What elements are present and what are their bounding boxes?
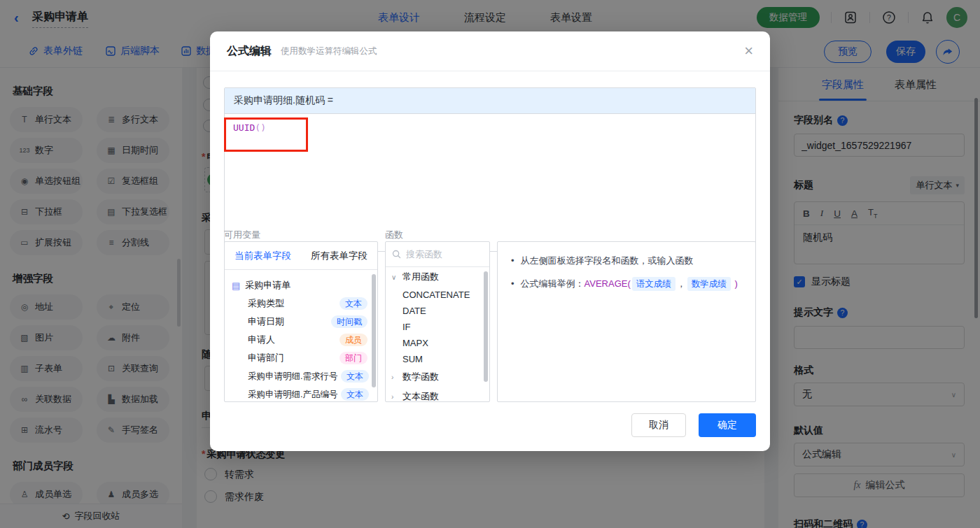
variable-item[interactable]: 采购申请明细.需求行号文本 [225, 367, 377, 385]
formula-editor: 采购申请明细.随机码 = UUID() [224, 87, 756, 252]
variables-scrollbar[interactable] [372, 274, 376, 387]
variables-label: 可用变量 [224, 229, 260, 241]
tab-current-form-fields[interactable]: 当前表单字段 [234, 250, 291, 262]
dialog-title: 公式编辑 [227, 44, 272, 59]
type-badge: 文本 [341, 388, 369, 401]
variable-item[interactable]: 申请日期时间戳 [225, 313, 377, 331]
chevron-collapsed-icon: › [391, 373, 398, 381]
functions-box: ∨ 常用函数 CONCATENATE DATE IF MAPX SUM › 数学… [385, 241, 490, 402]
type-badge: 成员 [340, 334, 368, 346]
function-search [386, 242, 489, 267]
type-badge: 时间戳 [331, 315, 368, 328]
annotation-highlight-rect [224, 117, 308, 152]
variable-item[interactable]: 申请人成员 [225, 331, 377, 349]
confirm-button[interactable]: 确定 [699, 413, 756, 437]
hint-line-1: • 从左侧面板选择字段名和函数，或输入函数 [511, 254, 742, 268]
chevron-collapsed-icon: › [391, 393, 398, 401]
tree-node-form[interactable]: ▤ 采购申请单 [225, 276, 377, 294]
group-common-functions[interactable]: ∨ 常用函数 [386, 267, 489, 287]
example-field-chip: 数学成绩 [687, 277, 731, 291]
function-item[interactable]: MAPX [386, 335, 489, 351]
variables-box: 当前表单字段 所有表单字段 ▤ 采购申请单 采购类型文本 申请日期时间戳 申请人… [224, 241, 378, 402]
formula-edit-dialog: 公式编辑 使用数学运算符编辑公式 × 采购申请明细.随机码 = UUID() 可… [210, 31, 770, 451]
dialog-subtitle: 使用数学运算符编辑公式 [281, 45, 377, 57]
functions-scrollbar[interactable] [484, 271, 488, 382]
variable-item[interactable]: 采购类型文本 [225, 294, 377, 313]
form-doc-icon: ▤ [232, 280, 240, 291]
variable-item[interactable]: 申请部门部门 [225, 349, 377, 367]
example-field-chip: 语文成绩 [632, 277, 676, 291]
cancel-button[interactable]: 取消 [631, 413, 686, 437]
type-badge: 文本 [340, 297, 368, 310]
hint-line-2: • 公式编辑举例：AVERAGE(语文成绩，数学成绩 ) [511, 277, 742, 291]
variable-item[interactable]: 采购申请明细.产品编号文本 [225, 385, 377, 402]
group-math-functions[interactable]: › 数学函数 [386, 367, 489, 387]
dialog-header: 公式编辑 使用数学运算符编辑公式 × [210, 31, 770, 71]
formula-target: 采购申请明细.随机码 = [225, 88, 755, 114]
function-item[interactable]: IF [386, 319, 489, 335]
search-icon [392, 250, 401, 259]
function-item[interactable]: DATE [386, 303, 489, 319]
group-text-functions[interactable]: › 文本函数 [386, 387, 489, 402]
close-icon[interactable]: × [744, 44, 753, 58]
chevron-expanded-icon: ∨ [391, 273, 398, 281]
variables-tabs: 当前表单字段 所有表单字段 [225, 242, 377, 270]
hints-box: • 从左侧面板选择字段名和函数，或输入函数 • 公式编辑举例：AVERAGE(语… [497, 241, 756, 402]
variables-tree: ▤ 采购申请单 采购类型文本 申请日期时间戳 申请人成员 申请部门部门 采购申请… [225, 270, 377, 402]
dialog-footer: 取消 确定 [631, 413, 756, 437]
functions-label: 函数 [385, 229, 403, 241]
tab-all-form-fields[interactable]: 所有表单字段 [311, 250, 368, 262]
example-function: AVERAGE( [584, 278, 631, 289]
type-badge: 文本 [341, 370, 369, 383]
function-item[interactable]: CONCATENATE [386, 287, 489, 303]
function-item[interactable]: SUM [386, 351, 489, 367]
search-function-input[interactable] [406, 249, 476, 259]
formula-code-area[interactable]: UUID() [225, 114, 755, 251]
type-badge: 部门 [340, 352, 368, 364]
